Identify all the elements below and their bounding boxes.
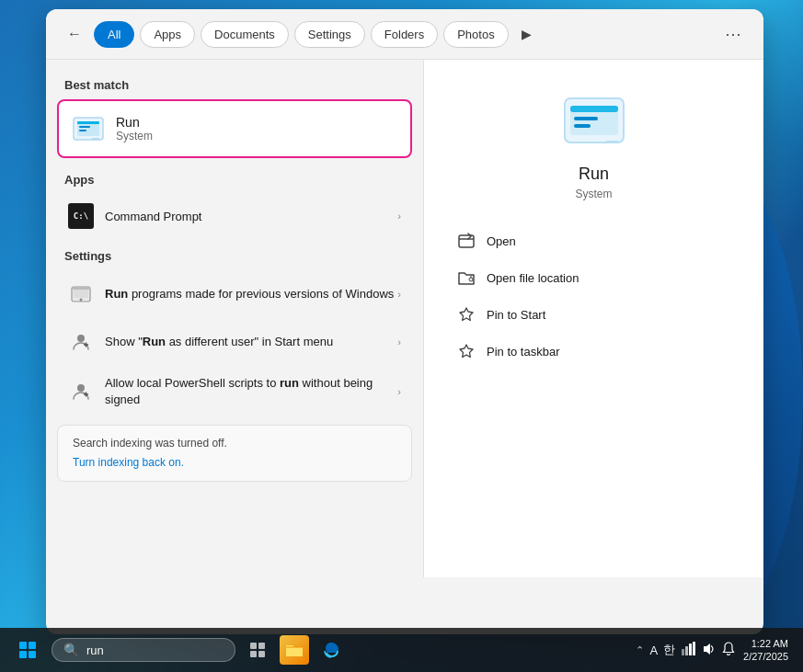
svg-rect-32 [682,649,684,655]
svg-rect-19 [574,117,598,120]
svg-rect-7 [74,289,88,298]
taskbar: 🔍 ⌃ A 한 [0,628,803,672]
action-list: Open Open file location [442,222,745,370]
apps-section-label: Apps [46,169,423,194]
task-view-button[interactable] [243,635,272,665]
settings-item-1-chevron: › [397,289,401,300]
action-pin-start-label: Pin to Start [487,308,545,322]
open-icon [457,232,476,250]
settings-item-2-chevron: › [397,336,401,347]
svg-rect-24 [19,642,27,649]
svg-rect-2 [77,121,99,124]
settings-item-run-different-user[interactable]: Show "Run as different user" in Start me… [50,318,419,366]
ime-button[interactable]: 한 [663,642,675,658]
action-pin-start[interactable]: Pin to Start [442,296,745,333]
best-match-label: Best match [46,74,423,99]
clock-date: 2/27/2025 [743,650,788,663]
right-panel-app-name: Run [579,165,609,184]
svg-rect-30 [250,651,257,657]
svg-point-13 [77,384,85,392]
tab-folders[interactable]: Folders [371,21,438,48]
taskbar-search-box[interactable]: 🔍 [52,638,235,662]
back-button[interactable]: ← [61,20,88,48]
svg-rect-3 [79,126,90,128]
tab-all[interactable]: All [94,21,134,48]
indexing-link[interactable]: Turn indexing back on. [73,456,184,469]
taskbar-search-input[interactable] [86,644,215,657]
settings-item-1-text: Run programs made for previous versions … [105,286,397,302]
pin-taskbar-icon [457,342,476,360]
run-app-subtext: System [116,130,153,142]
command-prompt-item[interactable]: C:\ Command Prompt › [50,194,419,238]
run-app-name: Run [116,115,153,130]
svg-rect-28 [250,643,257,649]
svg-rect-26 [19,651,27,658]
run-app-icon [72,112,105,145]
volume-icon[interactable] [701,642,716,659]
run-app-icon-large [561,87,627,154]
svg-rect-21 [605,141,618,143]
taskbar-search-icon: 🔍 [63,643,79,657]
svg-rect-31 [258,651,265,657]
system-tray: ⌃ A 한 [636,642,736,659]
svg-rect-34 [689,644,692,655]
svg-rect-27 [29,651,36,658]
indexing-notice-text: Search indexing was turned off. [73,437,396,450]
svg-rect-29 [258,643,265,649]
svg-rect-33 [685,646,688,655]
settings-item-run-programs[interactable]: Run programs made for previous versions … [50,270,419,318]
filter-bar: ← All Apps Documents Settings Folders Ph… [46,9,763,60]
file-explorer-button[interactable] [280,635,309,665]
settings-icon-1 [68,281,94,307]
tab-settings[interactable]: Settings [294,21,365,48]
tab-documents[interactable]: Documents [201,21,289,48]
notifications-icon[interactable] [721,642,736,659]
overflow-menu-button[interactable]: ⋯ [717,20,749,48]
indexing-notice: Search indexing was turned off. Turn ind… [57,425,412,482]
settings-item-3-chevron: › [397,386,401,397]
pin-start-icon [457,305,476,324]
settings-icon-2 [68,329,94,355]
settings-item-2-text: Show "Run as different user" in Start me… [105,334,397,350]
left-panel: Best match Run System [46,60,423,577]
svg-rect-22 [459,235,474,247]
svg-rect-20 [574,124,591,128]
action-open-label: Open [487,234,516,248]
command-prompt-chevron: › [397,211,401,222]
command-prompt-text: Command Prompt [105,210,397,223]
folder-icon [457,268,476,287]
svg-point-23 [469,278,473,281]
network-icon[interactable] [681,642,695,659]
settings-section-label: Settings [46,245,423,270]
action-pin-taskbar-label: Pin to taskbar [487,345,560,359]
svg-point-10 [77,335,85,342]
settings-icon-3 [68,379,94,404]
more-tabs-button[interactable]: ▶ [514,21,540,47]
svg-rect-4 [79,130,86,131]
action-open[interactable]: Open [442,222,745,259]
tab-apps[interactable]: Apps [140,21,195,48]
start-button[interactable] [11,633,44,666]
svg-rect-25 [29,642,36,649]
clock-time: 1:22 AM [751,637,788,650]
svg-rect-18 [570,106,618,112]
settings-item-3-text: Allow local PowerShell scripts to run wi… [105,375,397,408]
run-app-text: Run System [116,115,153,142]
clock-area[interactable]: 1:22 AM 2/27/2025 [743,637,792,664]
svg-rect-8 [72,287,90,290]
action-pin-taskbar[interactable]: Pin to taskbar [442,333,745,370]
action-open-file-location[interactable]: Open file location [442,259,745,296]
action-file-location-label: Open file location [487,271,579,285]
svg-rect-35 [693,642,695,655]
language-button[interactable]: A [649,644,658,657]
search-window: ← All Apps Documents Settings Folders Ph… [46,9,763,634]
settings-item-powershell[interactable]: Allow local PowerShell scripts to run wi… [50,366,419,417]
edge-browser-button[interactable] [316,635,346,665]
content-area: Best match Run System [46,60,763,577]
right-panel-app-type: System [575,188,612,200]
tab-photos[interactable]: Photos [443,21,508,48]
best-match-run-item[interactable]: Run System [57,99,412,158]
bottom-area: Search indexing was turned off. Turn ind… [46,417,423,493]
svg-rect-5 [92,138,99,140]
system-tray-expand[interactable]: ⌃ [636,644,644,656]
